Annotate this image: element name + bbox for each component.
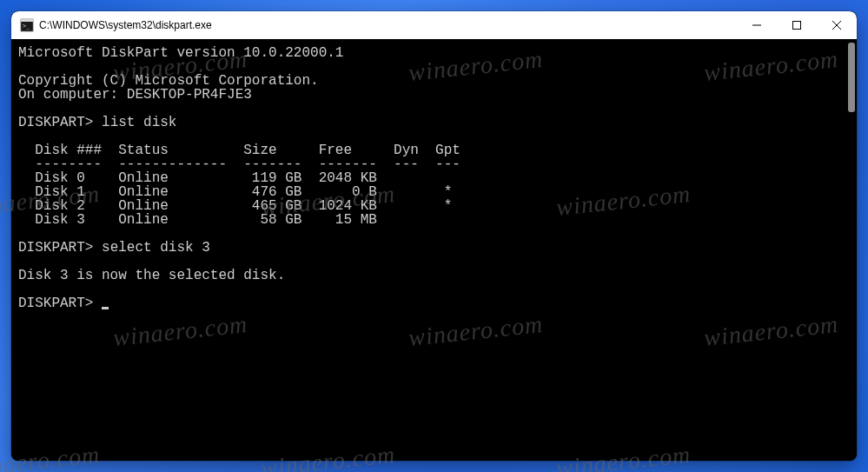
command-select-disk: select disk 3 <box>102 240 210 256</box>
svg-text:>_: >_ <box>23 23 30 30</box>
terminal-output: Microsoft DiskPart version 10.0.22000.1 … <box>18 46 857 310</box>
prompt: DISKPART> <box>18 115 93 130</box>
window-controls <box>737 11 857 39</box>
maximize-button[interactable] <box>777 11 817 39</box>
prompt: DISKPART> <box>18 240 93 256</box>
svg-rect-4 <box>793 22 801 30</box>
console-window: >_ C:\WINDOWS\system32\diskpart.exe Micr… <box>11 11 857 461</box>
cursor <box>102 307 109 309</box>
minimize-button[interactable] <box>737 11 777 39</box>
command-list-disk: list disk <box>102 115 176 130</box>
scrollbar-thumb[interactable] <box>848 43 855 112</box>
svg-rect-1 <box>21 19 33 22</box>
computer-line: On computer: DESKTOP-PR4FJE3 <box>18 87 252 103</box>
prompt: DISKPART> <box>18 296 93 311</box>
close-button[interactable] <box>817 11 857 39</box>
window-title: C:\WINDOWS\system32\diskpart.exe <box>39 19 737 31</box>
app-icon: >_ <box>20 18 34 32</box>
result-line: Disk 3 is now the selected disk. <box>18 268 285 283</box>
titlebar[interactable]: >_ C:\WINDOWS\system32\diskpart.exe <box>11 11 857 39</box>
terminal-area[interactable]: Microsoft DiskPart version 10.0.22000.1 … <box>11 39 857 461</box>
version-line: Microsoft DiskPart version 10.0.22000.1 <box>18 45 343 61</box>
table-row: Disk 3 Online 58 GB 15 MB <box>18 212 377 228</box>
